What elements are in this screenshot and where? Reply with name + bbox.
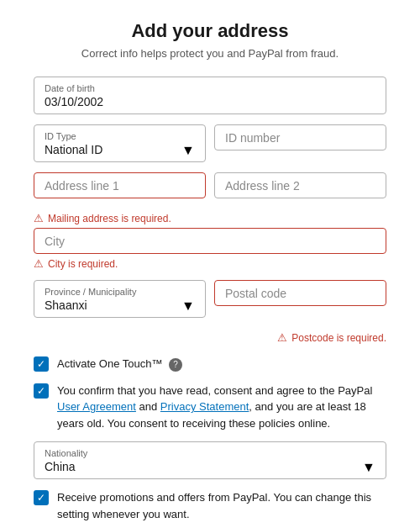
address-line1-group: Address line 1: [34, 172, 206, 198]
id-type-field[interactable]: ID Type National ID ▼: [34, 124, 206, 162]
city-field[interactable]: City: [34, 228, 386, 254]
postal-code-placeholder: Postal code: [225, 287, 375, 300]
id-number-placeholder: ID number: [225, 131, 375, 145]
agreement-checkmark-icon: ✓: [37, 386, 45, 396]
mailing-address-error-text: Mailing address is required.: [48, 213, 171, 224]
page-title: Add your address: [34, 20, 386, 42]
one-touch-help-icon[interactable]: ?: [169, 358, 182, 372]
address-line2-placeholder: Address line 2: [225, 179, 375, 193]
agreement-label: You confirm that you have read, consent …: [57, 383, 386, 432]
postal-code-field[interactable]: Postal code: [214, 280, 386, 306]
warning-icon: ⚠: [34, 212, 44, 224]
nationality-field-group: Nationality China ▼: [34, 441, 386, 479]
province-label: Province / Municipality: [45, 287, 195, 297]
dob-field[interactable]: Date of birth 03/10/2002: [34, 77, 386, 114]
agreement-row: ✓ You confirm that you have read, consen…: [34, 383, 386, 432]
nationality-field[interactable]: Nationality China ▼: [34, 441, 386, 479]
address-row: Address line 1 Address line 2: [34, 172, 386, 209]
id-type-chevron-icon: ▼: [181, 143, 195, 156]
nationality-label: Nationality: [45, 448, 375, 458]
id-type-group: ID Type National ID ▼: [34, 124, 206, 162]
province-postal-row: Province / Municipality Shaanxi ▼ Postal…: [34, 280, 386, 328]
postcode-error: ⚠ Postcode is required.: [34, 331, 386, 344]
dob-label: Date of birth: [45, 83, 375, 93]
promotions-label: Receive promotions and offers from PayPa…: [57, 489, 386, 522]
id-type-value: National ID: [45, 143, 102, 156]
city-field-group: City ⚠ City is required.: [34, 228, 386, 270]
postal-code-group: Postal code: [214, 280, 386, 318]
city-placeholder: City: [45, 235, 375, 248]
dob-field-group: Date of birth 03/10/2002: [34, 77, 386, 114]
privacy-statement-link[interactable]: Privacy Statement: [160, 400, 249, 413]
one-touch-checkbox[interactable]: ✓: [34, 356, 49, 372]
address-line1-field[interactable]: Address line 1: [34, 172, 206, 198]
promotions-checkbox[interactable]: ✓: [34, 490, 49, 505]
province-group: Province / Municipality Shaanxi ▼: [34, 280, 206, 318]
id-number-field[interactable]: ID number: [214, 124, 386, 150]
postcode-error-text: Postcode is required.: [291, 332, 386, 344]
city-error: ⚠ City is required.: [34, 257, 386, 270]
city-error-text: City is required.: [48, 258, 118, 270]
province-chevron-icon: ▼: [181, 298, 195, 312]
promotions-row: ✓ Receive promotions and offers from Pay…: [34, 489, 386, 522]
user-agreement-link[interactable]: User Agreement: [57, 400, 136, 413]
id-type-label: ID Type: [45, 131, 195, 141]
address-line2-group: Address line 2: [214, 172, 386, 198]
province-field[interactable]: Province / Municipality Shaanxi ▼: [34, 280, 206, 318]
one-touch-label: Activate One Touch™ ?: [57, 356, 182, 372]
agreement-checkbox[interactable]: ✓: [34, 383, 49, 399]
address-line2-field[interactable]: Address line 2: [214, 172, 386, 198]
nationality-chevron-icon: ▼: [362, 460, 375, 473]
one-touch-row: ✓ Activate One Touch™ ?: [34, 356, 386, 372]
province-value: Shaanxi: [45, 298, 87, 312]
one-touch-checkmark-icon: ✓: [37, 359, 45, 369]
nationality-value: China: [45, 460, 76, 473]
id-row: ID Type National ID ▼ ID number: [34, 124, 386, 172]
promotions-checkmark-icon: ✓: [37, 493, 45, 503]
id-number-group: ID number: [214, 124, 386, 162]
postcode-warning-icon: ⚠: [277, 331, 287, 344]
address-line1-placeholder: Address line 1: [45, 179, 195, 193]
mailing-address-error: ⚠ Mailing address is required.: [34, 212, 386, 224]
dob-value: 03/10/2002: [45, 95, 375, 108]
city-warning-icon: ⚠: [34, 257, 44, 270]
page-subtitle: Correct info helps protect you and PayPa…: [34, 47, 386, 60]
